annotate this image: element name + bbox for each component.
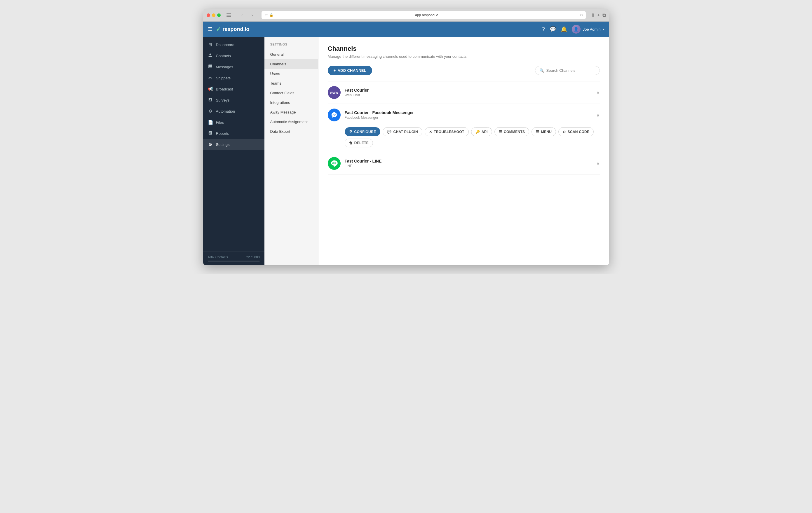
share-icon[interactable]: ⬆ [591, 12, 595, 18]
configure-label: CONFIGURE [354, 130, 376, 134]
files-icon: 📄 [208, 120, 213, 125]
sidebar-item-contacts[interactable]: Contacts [203, 50, 264, 61]
search-icon: 🔍 [540, 68, 544, 73]
api-icon: 🔑 [475, 130, 480, 134]
settings-item-automatic-assignment[interactable]: Automatic Assignment [264, 117, 318, 127]
surveys-icon [208, 97, 213, 103]
channel-info-fb: Fast Courier - Facebook Messenger Facebo… [345, 110, 593, 120]
troubleshoot-icon: ✕ [429, 130, 432, 134]
settings-item-channels[interactable]: Channels [264, 59, 318, 69]
contacts-icon [208, 53, 213, 58]
settings-item-contact-fields[interactable]: Contact Fields [264, 88, 318, 98]
url-text: app.respond.io [275, 13, 579, 17]
chat-plugin-label: CHAT PLUGIN [394, 130, 418, 134]
channel-logo-webchat: www [328, 86, 341, 99]
notification-icon[interactable]: 🔔 [561, 26, 567, 32]
topbar-right: ? 💬 🔔 👤 Joe Admin ▾ [542, 25, 605, 34]
contacts-progress-fill [208, 261, 208, 262]
sidebar-item-label: Broadcast [216, 87, 233, 91]
new-tab-icon[interactable]: + [597, 12, 600, 18]
channel-type-fb: Facebook Messenger [345, 116, 593, 120]
settings-icon: ⚙ [208, 142, 213, 147]
minimize-button[interactable] [212, 13, 215, 17]
channel-logo-fb [328, 109, 341, 121]
topbar: ☰ ✓ respond.io ? 💬 🔔 👤 Joe Admin [203, 22, 609, 37]
forward-button[interactable]: › [248, 11, 256, 19]
sidebar-item-automation[interactable]: ⚙ Automation [203, 105, 264, 117]
configure-button[interactable]: CONFIGURE [345, 127, 381, 136]
settings-item-teams[interactable]: Teams [264, 79, 318, 88]
sidebar-item-label: Snippets [216, 76, 231, 80]
browser-actions: ⬆ + ⧉ [591, 12, 605, 18]
comments-button[interactable]: ☰ COMMENTS [494, 127, 529, 136]
logo-check-icon: ✓ [216, 26, 221, 33]
chevron-down-icon: ∨ [596, 90, 600, 95]
refresh-button[interactable]: ↻ [580, 13, 583, 17]
sidebar-item-messages[interactable]: Messages [203, 61, 264, 72]
sidebar-toggle-button[interactable] [225, 11, 233, 19]
sidebar: ⊞ Dashboard Contacts [203, 37, 264, 265]
sidebar-item-surveys[interactable]: Surveys [203, 95, 264, 105]
comments-label: COMMENTS [504, 130, 525, 134]
content-area: ⊞ Dashboard Contacts [203, 37, 609, 265]
menu-button[interactable]: ☰ MENU [531, 127, 556, 136]
sidebar-item-files[interactable]: 📄 Files [203, 117, 264, 128]
troubleshoot-button[interactable]: ✕ TROUBLESHOOT [425, 127, 469, 136]
channel-item-webchat: www Fast Courier Web Chat ∨ [328, 82, 600, 104]
plus-icon: + [334, 68, 336, 73]
scan-code-button[interactable]: ⊙ SCAN CODE [558, 127, 594, 136]
settings-item-away-message[interactable]: Away Message [264, 108, 318, 117]
user-name: Joe Admin [583, 27, 601, 32]
sidebar-item-label: Reports [216, 131, 229, 136]
sidebar-item-broadcast[interactable]: 📢 Broadcast [203, 84, 264, 95]
channel-info-webchat: Fast Courier Web Chat [345, 88, 593, 97]
channel-logo-line [328, 157, 341, 170]
settings-item-data-export[interactable]: Data Export [264, 127, 318, 136]
delete-button[interactable]: 🗑 DELETE [345, 139, 373, 147]
settings-item-integrations[interactable]: Integrations [264, 98, 318, 108]
api-label: API [482, 130, 488, 134]
chat-icon[interactable]: 💬 [550, 26, 556, 32]
hamburger-menu[interactable]: ☰ [208, 26, 212, 32]
sidebar-item-dashboard[interactable]: ⊞ Dashboard [203, 39, 264, 50]
channel-header-fb[interactable]: Fast Courier - Facebook Messenger Facebo… [328, 104, 600, 126]
tabs-icon[interactable]: ⧉ [603, 12, 606, 18]
settings-item-users[interactable]: Users [264, 69, 318, 79]
address-bar[interactable]: 🛡 🔒 app.respond.io ↻ [262, 11, 586, 19]
chat-plugin-button[interactable]: 💬 CHAT PLUGIN [383, 127, 422, 136]
lock-icon: 🔒 [269, 13, 273, 17]
reports-icon [208, 131, 213, 136]
maximize-button[interactable] [217, 13, 221, 17]
comments-icon: ☰ [499, 130, 502, 134]
search-box: 🔍 [535, 66, 600, 75]
sidebar-item-reports[interactable]: Reports [203, 128, 264, 139]
scan-code-icon: ⊙ [563, 130, 566, 134]
delete-icon: 🗑 [349, 141, 353, 145]
page-title: Channels [328, 45, 600, 53]
search-input[interactable] [546, 68, 596, 73]
channel-header-webchat[interactable]: www Fast Courier Web Chat ∨ [328, 82, 600, 103]
channel-name-webchat: Fast Courier [345, 88, 593, 92]
close-button[interactable] [207, 13, 210, 17]
traffic-lights [207, 13, 221, 17]
menu-label: MENU [541, 130, 552, 134]
help-icon[interactable]: ? [542, 26, 545, 32]
back-button[interactable]: ‹ [238, 11, 246, 19]
snippets-icon: ✂ [208, 75, 213, 81]
user-menu[interactable]: 👤 Joe Admin ▾ [572, 25, 605, 34]
channel-header-line[interactable]: Fast Courier - LINE LINE ∨ [328, 152, 600, 175]
add-channel-button[interactable]: + ADD CHANNEL [328, 66, 372, 75]
sidebar-item-label: Files [216, 120, 224, 125]
sidebar-item-snippets[interactable]: ✂ Snippets [203, 72, 264, 84]
scan-code-label: SCAN CODE [568, 130, 589, 134]
api-button[interactable]: 🔑 API [471, 127, 492, 136]
svg-rect-2 [227, 16, 231, 17]
shield-icon: 🛡 [264, 13, 268, 17]
svg-rect-0 [227, 13, 231, 14]
topbar-left: ☰ ✓ respond.io [208, 26, 539, 33]
settings-item-general[interactable]: General [264, 50, 318, 59]
channel-info-line: Fast Courier - LINE LINE [345, 159, 593, 168]
menu-icon: ☰ [536, 130, 539, 134]
chevron-down-icon: ▾ [603, 28, 605, 31]
sidebar-item-settings[interactable]: ⚙ Settings [203, 139, 264, 150]
